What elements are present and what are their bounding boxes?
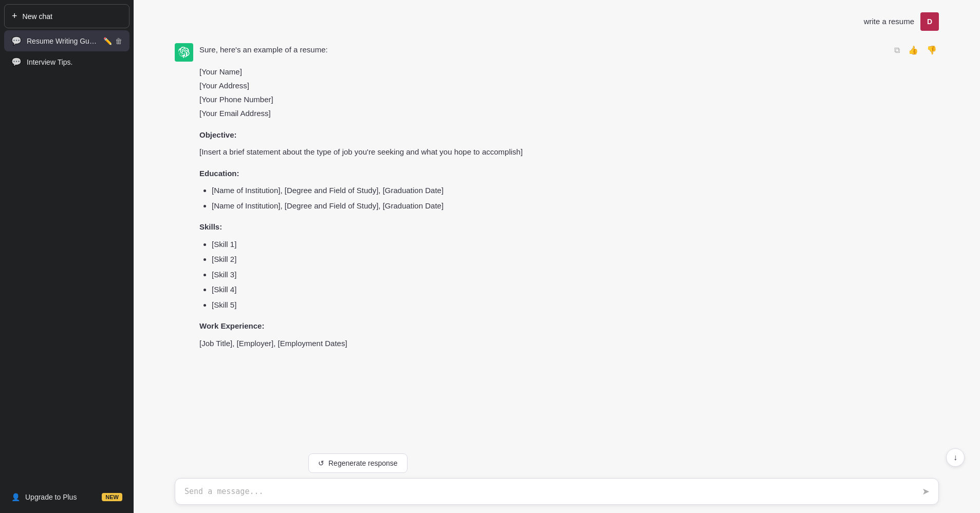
education-item-2: [Name of Institution], [Degree and Field…: [212, 199, 939, 213]
user-message-text: write a resume: [864, 12, 914, 28]
delete-icon[interactable]: 🗑: [115, 37, 122, 45]
thumbs-down-button[interactable]: 👎: [924, 43, 939, 57]
ai-actions: ⧉ 👍 👎: [892, 43, 939, 57]
upgrade-button[interactable]: 👤 Upgrade to Plus NEW: [4, 487, 130, 507]
sidebar: + New chat 💬 Resume Writing Guide. ✏️ 🗑 …: [0, 0, 134, 513]
user-avatar: D: [920, 12, 939, 31]
new-badge: NEW: [102, 493, 122, 501]
sidebar-item-interview[interactable]: 💬 Interview Tips.: [4, 51, 130, 72]
ai-intro: Sure, here's an example of a resume:: [199, 43, 939, 56]
skill-item-3: [Skill 3]: [212, 268, 939, 281]
main-content: write a resume D Sure, here's an example…: [134, 0, 980, 513]
chat-icon-interview: 💬: [11, 57, 22, 67]
sidebar-item-label-resume: Resume Writing Guide.: [27, 37, 98, 45]
skills-list: [Skill 1] [Skill 2] [Skill 3] [Skill 4] …: [199, 238, 939, 312]
regenerate-button[interactable]: ↺ Regenerate response: [308, 453, 408, 473]
plus-icon: +: [12, 11, 17, 22]
bottom-area: ↺ Regenerate response ➤: [134, 449, 980, 514]
contact-email: [Your Email Address]: [199, 106, 939, 120]
ai-message-row: Sure, here's an example of a resume: [Yo…: [134, 31, 980, 350]
sidebar-item-label-interview: Interview Tips.: [27, 58, 122, 66]
chat-action-icons: ✏️ 🗑: [103, 37, 122, 45]
skill-item-2: [Skill 2]: [212, 253, 939, 266]
copy-button[interactable]: ⧉: [892, 43, 902, 57]
objective-heading: Objective:: [199, 128, 939, 142]
user-message-row: write a resume D: [134, 0, 980, 31]
user-icon: 👤: [11, 493, 20, 501]
new-chat-button[interactable]: + New chat: [4, 4, 130, 28]
send-icon: ➤: [922, 486, 930, 497]
skill-item-4: [Skill 4]: [212, 283, 939, 296]
education-item-1: [Name of Institution], [Degree and Field…: [212, 184, 939, 197]
ai-avatar: [175, 43, 193, 62]
regenerate-icon: ↺: [318, 459, 324, 467]
edit-icon[interactable]: ✏️: [103, 37, 112, 45]
work-experience-heading: Work Experience:: [199, 319, 939, 333]
contact-block: [Your Name] [Your Address] [Your Phone N…: [199, 65, 939, 120]
chat-icon: 💬: [11, 36, 22, 46]
message-input[interactable]: [175, 478, 939, 505]
chat-area: write a resume D Sure, here's an example…: [134, 0, 980, 449]
scroll-down-icon: ↓: [953, 453, 957, 462]
sidebar-item-resume[interactable]: 💬 Resume Writing Guide. ✏️ 🗑: [4, 30, 130, 51]
input-row: ➤: [175, 478, 939, 505]
contact-name: [Your Name]: [199, 65, 939, 79]
education-list: [Name of Institution], [Degree and Field…: [199, 184, 939, 212]
work-experience-partial: [Job Title], [Employer], [Employment Dat…: [199, 337, 939, 350]
ai-text-content: Sure, here's an example of a resume: [Yo…: [199, 43, 939, 350]
regenerate-label: Regenerate response: [328, 459, 398, 467]
skills-heading: Skills:: [199, 220, 939, 234]
new-chat-label: New chat: [23, 12, 52, 21]
skill-item-1: [Skill 1]: [212, 238, 939, 251]
objective-text: [Insert a brief statement about the type…: [199, 145, 939, 159]
send-button[interactable]: ➤: [920, 484, 932, 499]
contact-address: [Your Address]: [199, 79, 939, 92]
thumbs-up-button[interactable]: 👍: [906, 43, 920, 57]
contact-phone: [Your Phone Number]: [199, 92, 939, 106]
upgrade-label: Upgrade to Plus: [25, 493, 77, 501]
sidebar-bottom: 👤 Upgrade to Plus NEW: [4, 483, 130, 509]
education-heading: Education:: [199, 167, 939, 180]
scroll-to-bottom-button[interactable]: ↓: [946, 448, 965, 467]
skill-item-5: [Skill 5]: [212, 298, 939, 312]
